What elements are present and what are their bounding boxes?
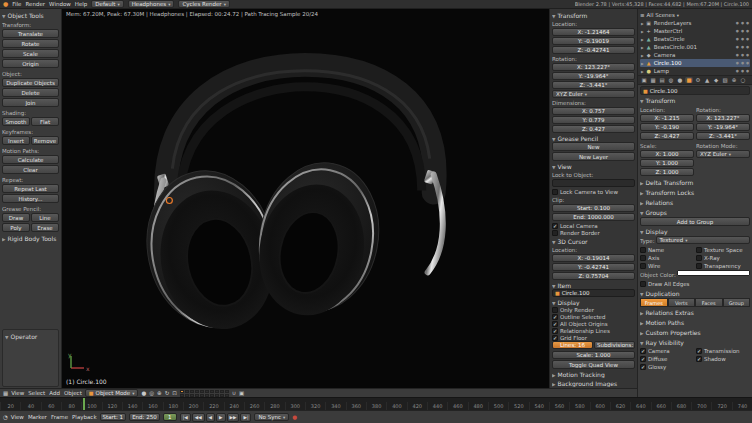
disclosure-icon[interactable] [641,36,644,42]
properties-tab-7[interactable]: ▲ [703,77,711,83]
info-menu-help[interactable]: Help [75,1,88,7]
frame-end-field[interactable]: End: 250 [129,413,160,421]
panel-header-relations[interactable]: Relations [640,198,750,207]
manipulator-translate-icon[interactable]: ⊕ [157,389,162,397]
layer-toggle-5[interactable] [200,390,204,393]
display-panel-header[interactable]: Display [552,298,635,306]
layer-toggle-10[interactable] [225,390,229,393]
properties-tab-0[interactable]: ▣ [640,77,648,83]
object-tools-panel-header[interactable]: Object Tools [2,11,59,20]
layer-toggle-8[interactable] [215,390,219,393]
render-toggle-icon[interactable]: ● [746,37,749,41]
disclosure-icon[interactable] [641,20,644,26]
p-rotation-z-field[interactable]: Z: -3.441° [696,132,750,140]
layer-toggle-6[interactable] [205,390,209,393]
checkbox-wire[interactable]: Wire [640,262,694,270]
tool-button-history[interactable]: History... [2,194,59,203]
location-y-field[interactable]: Y: -0.19019 [552,37,635,45]
duplication-option-faces[interactable]: Faces [695,298,723,307]
cursor-y-field[interactable]: Y: -0.42741 [552,263,635,271]
snap-magnet-icon[interactable]: ∪ [232,389,236,397]
layer-toggle-3[interactable] [190,390,194,393]
tool-button-draw[interactable]: Draw [2,213,30,222]
operator-panel[interactable]: Operator [2,329,59,387]
dimensions-y-field[interactable]: Y: 0.779 [552,116,635,124]
display-panel-header[interactable]: Display [640,227,750,236]
editor-type-icon[interactable]: ▦ [3,389,8,397]
checkbox-shadow[interactable]: Shadow [696,355,750,363]
grease-new-layer-button[interactable]: New Layer [552,152,635,161]
p-scale-y-field[interactable]: Y: 1.000 [640,159,694,167]
lock-object-field[interactable] [552,179,635,187]
grease-pencil-panel-header[interactable]: Grease Pencil [552,134,635,142]
timeline-menu-view[interactable]: View [11,414,24,420]
jump-to-start-button[interactable]: |◀ [180,413,191,422]
layer-toggle-2[interactable] [185,390,189,393]
visibility-toggle-icon[interactable]: ● [736,69,739,73]
rotation-y-field[interactable]: Y: -19.964° [552,72,635,80]
mode-selector[interactable]: ■ Object Mode [85,389,139,397]
checkbox-lock-camera-to-view[interactable]: Lock Camera to View [552,188,635,195]
item-name-field[interactable]: ■Circle.100 [552,289,635,297]
rotation-mode-selector[interactable]: XYZ Euler [696,150,750,158]
selectability-toggle-icon[interactable]: ● [741,37,744,41]
timeline-menu-playback[interactable]: Playback [72,414,97,420]
layer-toggle-1[interactable] [180,390,184,393]
selectability-toggle-icon[interactable]: ● [741,45,744,49]
properties-tab-2[interactable]: ▤ [658,77,666,83]
item-panel-header[interactable]: Item [552,281,635,289]
manipulator-rotate-icon[interactable]: ↻ [165,389,170,397]
draw-type-selector[interactable]: Textured [656,236,751,244]
tool-button-clear[interactable]: Clear [2,165,59,174]
tool-button-calculate[interactable]: Calculate [2,155,59,164]
playhead[interactable] [83,398,85,410]
ray-visibility-panel-header[interactable]: Ray Visibility [640,338,750,347]
tool-button-remove[interactable]: Remove [31,136,59,145]
layer-toggle-7[interactable] [210,390,214,393]
cursor-panel-header[interactable]: 3D Cursor [552,237,635,245]
tool-button-rotate[interactable]: Rotate [2,39,59,48]
duplication-panel-header[interactable]: Duplication [640,289,750,298]
render-toggle-icon[interactable]: ● [746,69,749,73]
tool-button-flat[interactable]: Flat [31,117,59,126]
p-scale-x-field[interactable]: X: 1.000 [640,150,694,158]
cursor-z-field[interactable]: Z: 0.75704 [552,272,635,280]
properties-tab-8[interactable]: ◆ [712,77,720,83]
clip-end-field[interactable]: End: 1000.000 [552,213,635,221]
render-toggle-icon[interactable]: ● [746,45,749,49]
tool-button-join[interactable]: Join [2,98,59,107]
tool-button-delete[interactable]: Delete [2,88,59,97]
checkbox-grid-floor[interactable]: Grid Floor [552,334,635,341]
tool-button-poly[interactable]: Poly [2,223,30,232]
visibility-toggle-icon[interactable]: ● [736,21,739,25]
cursor-x-field[interactable]: X: -0.19014 [552,254,635,262]
info-menu-window[interactable]: Window [49,1,71,7]
duplication-option-frames[interactable]: Frames [640,298,668,307]
pivot-center-icon[interactable]: ◎ [149,389,154,397]
clip-start-field[interactable]: Start: 0.100 [552,204,635,212]
info-menu-file[interactable]: File [12,1,21,7]
render-toggle-icon[interactable]: ● [746,53,749,57]
layer-toggle-9[interactable] [220,390,224,393]
p-location-z-field[interactable]: Z: -0.427 [640,132,694,140]
p-rotation-y-field[interactable]: Y: -19.964° [696,123,750,131]
checkbox-diffuse[interactable]: Diffuse [640,355,694,363]
outliner-row-renderlayers[interactable]: ▣RenderLayers●●● [640,19,750,27]
frame-start-field[interactable]: Start: 1 [100,413,127,421]
checkbox-relationship-lines[interactable]: Relationship Lines [552,327,635,334]
properties-tab-9[interactable]: ▧ [721,77,729,83]
dimensions-x-field[interactable]: X: 0.757 [552,107,635,115]
manipulator-scale-icon[interactable]: ⊡ [172,389,177,397]
panel-header-relations-extras[interactable]: Relations Extras [640,308,750,317]
visibility-toggle-icon[interactable]: ● [736,61,739,65]
grease-new-button[interactable]: New [552,142,635,151]
timeline-menu-marker[interactable]: Marker [28,414,47,420]
checkbox-draw-all-edges[interactable]: Draw All Edges [640,280,750,288]
play-button[interactable]: ▶ [216,413,225,422]
outliner-row-lamp[interactable]: ●Lamp●●● [640,67,750,75]
layer-toggle-4[interactable] [195,390,199,393]
properties-tab-4[interactable]: ● [676,77,684,83]
properties-tab-10[interactable]: ⊕ [730,77,738,83]
checkbox-axis[interactable]: Axis [640,254,694,262]
tool-button-insert[interactable]: Insert [2,136,30,145]
